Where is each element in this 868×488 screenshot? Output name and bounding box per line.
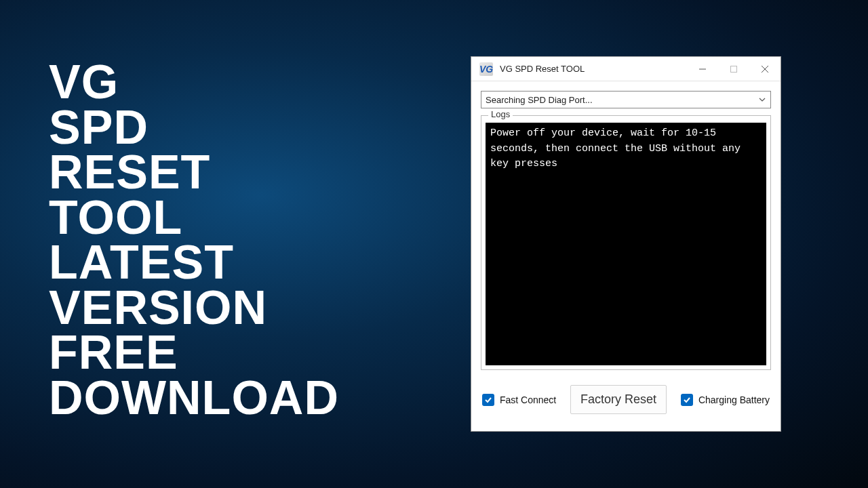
minimize-icon: [698, 65, 707, 73]
app-icon: VG: [479, 62, 493, 76]
checkbox-icon: [482, 394, 494, 406]
logs-legend: Logs: [488, 109, 513, 119]
window-content: Searching SPD Diag Port... Logs Power of…: [471, 81, 781, 421]
hero-line: DOWNLOAD: [49, 375, 339, 421]
chevron-down-icon: [758, 96, 766, 104]
close-icon: [761, 65, 769, 73]
svg-rect-1: [731, 66, 737, 72]
bottom-row: Fast Connect Factory Reset Charging Batt…: [481, 385, 771, 414]
port-dropdown-value: Searching SPD Diag Port...: [486, 95, 593, 105]
fast-connect-checkbox[interactable]: Fast Connect: [482, 394, 556, 406]
charging-battery-checkbox[interactable]: Charging Battery: [681, 394, 770, 406]
window-title: VG SPD Reset TOOL: [500, 64, 687, 74]
hero-line: TOOL: [49, 195, 339, 241]
check-icon: [683, 396, 691, 404]
hero-line: VERSION: [49, 285, 339, 331]
logs-group: Logs Power off your device, wait for 10-…: [481, 115, 771, 370]
maximize-button[interactable]: [718, 57, 749, 81]
fast-connect-label: Fast Connect: [500, 394, 556, 405]
checkbox-icon: [681, 394, 693, 406]
charging-battery-label: Charging Battery: [698, 394, 770, 405]
check-icon: [484, 396, 492, 404]
maximize-icon: [730, 65, 738, 73]
titlebar[interactable]: VG VG SPD Reset TOOL: [471, 57, 781, 81]
port-dropdown[interactable]: Searching SPD Diag Port...: [481, 91, 771, 108]
hero-line: SPD: [49, 105, 339, 150]
app-window: VG VG SPD Reset TOOL Searching SPD Diag …: [471, 56, 781, 432]
minimize-button[interactable]: [687, 57, 718, 81]
hero-line: RESET: [49, 150, 339, 195]
window-controls: [687, 57, 781, 81]
hero-title: VG SPD RESET TOOL LATEST VERSION FREE DO…: [49, 60, 339, 420]
hero-line: VG: [49, 60, 339, 105]
factory-reset-button[interactable]: Factory Reset: [570, 385, 667, 414]
hero-line: LATEST: [49, 240, 339, 285]
hero-line: FREE: [49, 330, 339, 375]
close-button[interactable]: [749, 57, 781, 81]
logs-console[interactable]: Power off your device, wait for 10-15 se…: [486, 123, 766, 365]
